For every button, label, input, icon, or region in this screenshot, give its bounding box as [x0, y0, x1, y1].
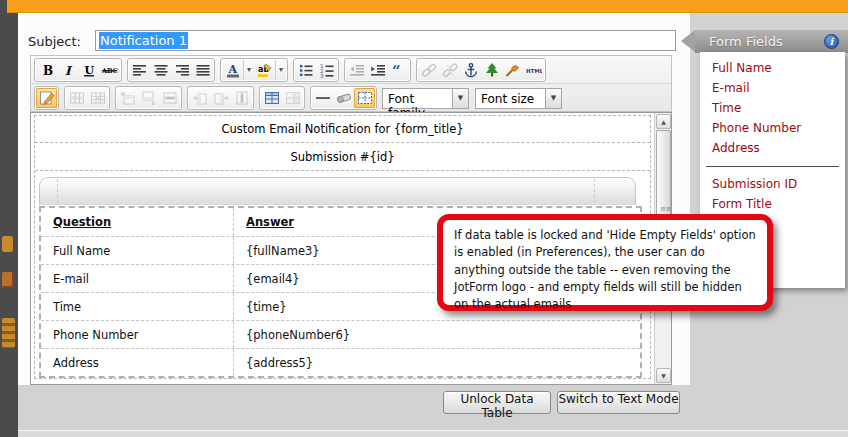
font-size-select-value[interactable]: Font size — [475, 88, 545, 109]
toolbar-group: HTML — [416, 58, 546, 82]
delete-col-button[interactable] — [231, 88, 252, 108]
unlink-icon — [442, 62, 458, 78]
font-size-select[interactable]: Font size▼ — [475, 88, 562, 109]
cleanup-code-button[interactable] — [502, 60, 523, 80]
chevron-down-icon[interactable]: ▼ — [452, 88, 469, 109]
edit-html-button[interactable]: HTML — [523, 60, 544, 80]
table-row: Address{address5} — [41, 348, 640, 376]
scrollbar-thumb[interactable]: ≡≡ — [656, 130, 671, 218]
align-right-button[interactable] — [171, 60, 192, 80]
info-icon[interactable]: i — [824, 34, 839, 49]
form-field-link[interactable]: Time — [700, 98, 845, 118]
edit-mode-button[interactable] — [36, 88, 57, 108]
question-column-header[interactable]: Question — [41, 208, 233, 236]
form-field-link[interactable]: Phone Number — [700, 118, 845, 138]
scrollbar-grip-icon: ≡≡ — [660, 208, 668, 211]
table-guideline — [57, 179, 58, 203]
question-cell[interactable]: E-mail — [41, 265, 233, 292]
notification-editor-dialog: Subject: Notification 1 BIUABCA▾ab▾123“H… — [18, 13, 690, 385]
insert-image-button[interactable] — [481, 60, 502, 80]
toggle-guidelines-button[interactable] — [354, 88, 375, 108]
underline-button[interactable]: U — [78, 60, 99, 80]
form-field-link[interactable]: Full Name — [700, 58, 845, 78]
bold-button[interactable]: B — [36, 60, 57, 80]
template-submission-row[interactable]: Submission #{id} — [35, 143, 650, 171]
form-field-link[interactable]: Address — [700, 138, 845, 158]
align-center-icon — [153, 62, 169, 78]
chevron-down-icon[interactable]: ▼ — [545, 88, 562, 109]
svg-text:A: A — [227, 63, 237, 76]
unlock-data-table-button[interactable]: Unlock Data Table — [443, 391, 551, 414]
background-icon-fragment — [2, 318, 15, 348]
insert-table-button[interactable] — [261, 88, 282, 108]
insert-link-button[interactable] — [418, 60, 439, 80]
bold-icon: B — [39, 62, 55, 78]
blockquote-button[interactable]: “ — [388, 60, 409, 80]
svg-text:HTML: HTML — [526, 67, 542, 73]
table-properties-button[interactable] — [282, 88, 303, 108]
question-cell[interactable]: Phone Number — [41, 321, 233, 348]
outdent-button[interactable] — [346, 60, 367, 80]
unlink-button[interactable] — [439, 60, 460, 80]
bottom-edge-strip — [0, 430, 848, 437]
toolbar-group: A▾ab▾ — [220, 58, 288, 82]
align-center-button[interactable] — [150, 60, 171, 80]
link-icon — [421, 62, 437, 78]
align-left-button[interactable] — [129, 60, 150, 80]
template-wrapper-row[interactable] — [35, 171, 650, 206]
unordered-list-button[interactable] — [295, 60, 316, 80]
toolbar-group — [310, 86, 377, 110]
forecolor-dropdown-arrow-icon[interactable]: ▾ — [243, 60, 254, 80]
blockquote-icon: “ — [391, 62, 407, 78]
insert-row-after-button[interactable] — [138, 88, 159, 108]
table-row-properties-button[interactable] — [66, 88, 87, 108]
backcolor-dropdown-arrow-icon[interactable]: ▾ — [275, 60, 286, 80]
indent-icon — [370, 62, 386, 78]
form-field-link[interactable]: E-mail — [700, 78, 845, 98]
delete-row-button[interactable] — [159, 88, 180, 108]
panel-divider — [706, 166, 839, 167]
anchor-button[interactable] — [460, 60, 481, 80]
forecolor-button[interactable]: A — [222, 60, 243, 80]
table-cell-properties-button[interactable] — [87, 88, 108, 108]
horizontal-rule-button[interactable] — [312, 88, 333, 108]
answer-cell[interactable]: {address5} — [233, 349, 640, 376]
strikethrough-button[interactable]: ABC — [99, 60, 120, 80]
forecolor-icon: A — [225, 62, 241, 78]
toolbar-group: “ — [344, 58, 411, 82]
background-page-edge — [0, 0, 18, 437]
toolbar-group — [187, 86, 254, 110]
indent-button[interactable] — [367, 60, 388, 80]
answer-cell[interactable]: {phoneNumber6} — [233, 321, 640, 348]
scroll-up-icon[interactable]: ▲ — [656, 114, 671, 129]
form-field-link[interactable]: Submission ID — [700, 174, 845, 194]
backcolor-button[interactable]: ab — [254, 60, 275, 80]
subject-selected-text: Notification 1 — [99, 32, 188, 49]
ordered-list-button[interactable]: 123 — [316, 60, 337, 80]
brush-icon — [505, 62, 521, 78]
font-family-select[interactable]: Font family▼ — [382, 88, 469, 109]
form-field-link[interactable]: Form Title — [700, 194, 845, 214]
remove-formatting-button[interactable] — [333, 88, 354, 108]
font-family-select-value[interactable]: Font family — [382, 88, 452, 109]
table-guideline — [594, 179, 595, 203]
toolbar-group — [127, 58, 215, 82]
delete-row-icon — [162, 90, 178, 106]
strikethrough-icon: ABC — [102, 62, 118, 78]
insert-row-before-button[interactable] — [117, 88, 138, 108]
table-row: Phone Number{phoneNumber6} — [41, 320, 640, 348]
insert-col-before-button[interactable] — [189, 88, 210, 108]
switch-to-text-mode-button[interactable]: Switch to Text Mode — [557, 391, 680, 414]
delete-col-icon — [234, 90, 250, 106]
italic-button[interactable]: I — [57, 60, 78, 80]
template-title-row[interactable]: Custom Email Notification for {form_titl… — [35, 116, 650, 143]
insert-col-after-button[interactable] — [210, 88, 231, 108]
question-cell[interactable]: Time — [41, 293, 233, 320]
question-cell[interactable]: Address — [41, 349, 233, 376]
question-cell[interactable]: Full Name — [41, 237, 233, 264]
insert-row-before-icon — [120, 90, 136, 106]
subject-input[interactable]: Notification 1 — [95, 30, 676, 51]
scroll-down-icon[interactable]: ▼ — [656, 368, 671, 383]
toolbar-group — [259, 86, 305, 110]
align-justify-button[interactable] — [192, 60, 213, 80]
